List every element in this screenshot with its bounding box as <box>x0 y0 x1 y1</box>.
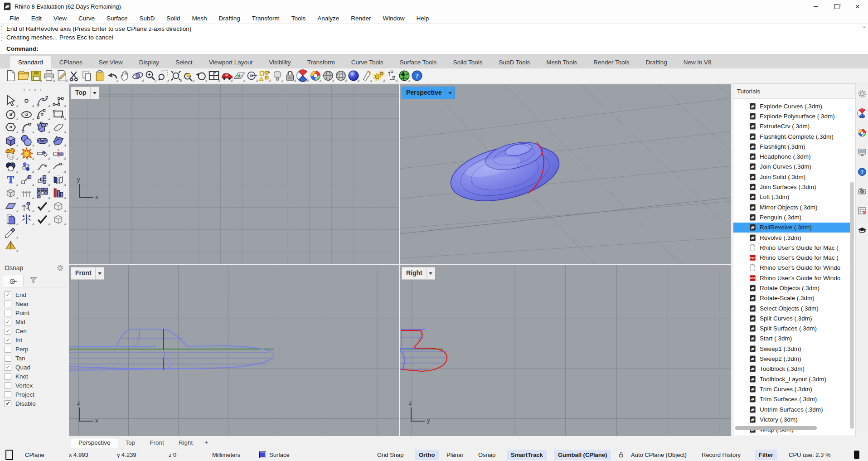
panel-toggle-icon[interactable] <box>854 451 859 459</box>
zoom-selected-icon[interactable] <box>182 69 195 82</box>
osnap-checkbox[interactable]: ✓ <box>5 364 11 371</box>
sphere-icon[interactable] <box>19 134 34 147</box>
save-icon[interactable] <box>30 69 43 82</box>
osnap-checkbox[interactable]: ✓ <box>5 328 11 335</box>
selection-filter-tab[interactable] <box>24 275 44 286</box>
toolbar-tab[interactable]: Surface Tools <box>392 56 445 68</box>
menu-item[interactable]: Help <box>411 13 435 24</box>
camera-tab-icon[interactable] <box>857 186 867 196</box>
osnap-checkbox[interactable]: ✓ <box>5 337 11 344</box>
paste-icon[interactable] <box>93 69 106 82</box>
split-icon[interactable] <box>50 147 66 160</box>
pyramid-icon[interactable] <box>3 239 19 252</box>
tutorial-item[interactable]: Victory (.3dm) <box>733 414 850 424</box>
tutorials-horizontal-scrollbar[interactable] <box>735 426 817 430</box>
panel-options-gear-icon[interactable] <box>857 89 867 99</box>
display-tab-icon[interactable] <box>857 147 867 157</box>
tutorial-item[interactable]: Trim Curves (.3dm) <box>733 384 850 394</box>
viewport-front-label[interactable]: Front <box>71 267 104 280</box>
units-pane[interactable]: Millimeters <box>212 448 240 461</box>
toolbar-tab[interactable]: Solid Tools <box>445 56 490 68</box>
planar-toggle[interactable]: Planar <box>446 448 464 461</box>
viewport-front[interactable]: Front z x <box>69 265 399 436</box>
toolbar-tab[interactable]: Set View <box>91 56 131 68</box>
toolbar-tab[interactable]: New in V8 <box>675 56 720 68</box>
tutorial-item[interactable]: Join Curves (.3dm) <box>733 162 850 172</box>
tutorial-item[interactable]: Split Curves (.3dm) <box>733 313 850 323</box>
osnap-checkbox[interactable]: ✓ <box>5 319 11 325</box>
tutorial-item[interactable]: Start (.3dm) <box>733 334 850 344</box>
sidebar-grip[interactable] <box>24 89 44 91</box>
tutorial-item[interactable]: Split Surfaces (.3dm) <box>733 324 850 334</box>
options-gears-icon[interactable] <box>373 69 385 82</box>
tutorials-tab-icon[interactable] <box>857 225 867 235</box>
viewport-menu-arrow-icon[interactable] <box>90 87 99 99</box>
sketch-hand-icon[interactable] <box>3 226 19 239</box>
menu-item[interactable]: File <box>4 13 25 24</box>
toolbar-tab[interactable]: Select <box>167 56 201 68</box>
tutorial-item[interactable]: Trim Surfaces (.3dm) <box>733 394 850 404</box>
osnap-checkbox[interactable]: ✓ <box>5 310 11 316</box>
cplane-icon[interactable] <box>233 69 246 82</box>
record-history-toggle[interactable]: Record History <box>702 448 741 461</box>
command-input[interactable] <box>39 44 868 54</box>
menu-item[interactable]: Tools <box>286 13 312 24</box>
tutorial-item[interactable]: Rhino User's Guide for Mac ( <box>733 243 850 252</box>
tutorial-item[interactable]: Toolblock_Layout (.3dm) <box>733 374 850 384</box>
menu-item[interactable]: Analyze <box>311 13 345 24</box>
cplane-pane[interactable]: CPlane <box>25 448 44 461</box>
menu-item[interactable]: View <box>48 13 73 24</box>
auto-cplane-pane[interactable]: Auto CPlane (Object) <box>631 448 687 461</box>
viewport-menu-arrow-icon[interactable] <box>446 87 454 99</box>
osnap-checkbox[interactable]: ✓ <box>5 382 11 389</box>
print-icon[interactable] <box>43 69 55 82</box>
torus-icon[interactable] <box>34 134 50 147</box>
array-icon[interactable] <box>50 186 66 199</box>
viewport-top[interactable]: Top y x <box>69 84 399 264</box>
mesh-sphere-icon[interactable] <box>335 69 347 82</box>
block-icon[interactable] <box>34 186 50 199</box>
cut-icon[interactable] <box>68 69 81 82</box>
menu-item[interactable]: Window <box>377 13 411 24</box>
gumball-toggle[interactable]: Gumball (CPlane) <box>554 448 611 461</box>
dimension-icon[interactable] <box>385 69 398 82</box>
help-icon[interactable]: ? <box>411 69 423 82</box>
menu-item[interactable]: Drafting <box>213 13 246 24</box>
edit-notes-icon[interactable] <box>55 69 68 82</box>
rotate-view-icon[interactable] <box>131 69 144 82</box>
move-icon[interactable] <box>19 173 34 186</box>
toolbar-tab[interactable]: Standard <box>10 56 51 68</box>
menu-item[interactable]: SubD <box>134 13 161 24</box>
tutorial-item[interactable]: RailRevolve (.3dm) <box>733 223 850 233</box>
command-panel-grip[interactable] <box>1 26 2 42</box>
toolbar-tab[interactable]: Transform <box>299 56 343 68</box>
tutorial-item[interactable]: Explode Polysurface (.3dm) <box>733 111 850 121</box>
tutorials-vertical-scrollbar[interactable] <box>850 182 854 429</box>
zoom-extents-icon[interactable] <box>170 69 182 82</box>
smarttrack-toggle[interactable]: SmartTrack <box>507 448 547 461</box>
ortho-toggle[interactable]: Ortho <box>415 448 439 461</box>
car-icon[interactable] <box>220 69 233 82</box>
tutorial-item[interactable]: Join Surfaces (.3dm) <box>733 182 850 192</box>
menu-item[interactable]: Edit <box>25 13 48 24</box>
plane-icon[interactable] <box>3 199 19 213</box>
tutorial-item[interactable]: Rotate-Scale (.3dm) <box>733 293 850 303</box>
viewport-perspective-label[interactable]: Perspective <box>402 87 455 99</box>
toolbar-tab[interactable]: SubD Tools <box>490 56 538 68</box>
plugin-puzzle-icon[interactable] <box>3 147 19 160</box>
cage-edit-icon[interactable] <box>50 199 66 213</box>
zoom-window-icon[interactable] <box>157 69 170 82</box>
color-wheel-tab-icon[interactable] <box>857 128 867 138</box>
toolbar-tab[interactable]: Mesh Tools <box>538 56 585 68</box>
viewport-menu-arrow-icon[interactable] <box>426 267 435 279</box>
osnap-checkbox[interactable]: ✓ <box>5 355 11 362</box>
toolbar-tab[interactable]: CPlanes <box>51 56 91 68</box>
add-viewport-tab[interactable]: + <box>200 437 213 448</box>
grid-snap-toggle[interactable]: Grid Snap <box>377 448 404 461</box>
tutorial-item[interactable]: Revolve (.3dm) <box>733 233 850 243</box>
osnap-checkbox[interactable]: ✓ <box>5 301 11 307</box>
toolbar-tab[interactable]: Visibility <box>261 56 299 68</box>
layer-pane[interactable]: Surface <box>259 448 290 461</box>
extend-curve-icon[interactable] <box>50 160 66 173</box>
viewport-tab[interactable]: Top <box>118 437 143 448</box>
